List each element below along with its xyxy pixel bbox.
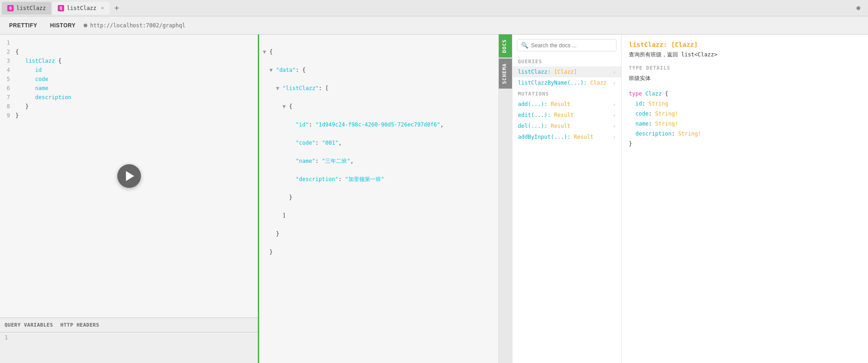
details-panel: listClazz: [Clazz] 查询所有班级，返回 list<Clazz>… <box>621 35 868 363</box>
chevron-right-icon-6: › <box>613 135 616 140</box>
type-block: type Clazz { id: String code: String! na… <box>629 89 861 149</box>
editor-area[interactable]: 1 2 3 4 5 6 7 8 9 { listClazz { id code … <box>0 35 258 318</box>
bottom-content: 1 <box>0 333 258 363</box>
details-title: listClazz: [Clazz] <box>629 41 861 48</box>
query-label-listclazz: listClazz: [Clazz] <box>518 69 577 75</box>
http-headers-tab[interactable]: HTTP HEADERS <box>60 322 99 328</box>
url-dot-icon <box>84 24 87 27</box>
url-text: http://localhost:7002/graphql <box>90 22 186 29</box>
bottom-line-number: 1 <box>5 334 8 341</box>
query-variables-tab[interactable]: QUERY VARIABLES <box>5 322 53 328</box>
settings-icon[interactable] <box>850 0 866 16</box>
query-item-listclazzbyname[interactable]: listClazzByName(...): Clazz › <box>512 77 621 88</box>
tab-label-2: listClazz <box>67 5 96 11</box>
editor-panel: 1 2 3 4 5 6 7 8 9 { listClazz { id code … <box>0 35 259 363</box>
tab-icon-2: Q <box>58 5 64 11</box>
docs-tab[interactable]: DOCS <box>499 35 512 58</box>
result-panel: ▼ { ▼ "data": { ▼ "listClazz": [ ▼ { "id… <box>259 35 498 363</box>
mutations-section-title: MUTATIONS <box>512 88 621 99</box>
docs-panel: 🔍 QUERIES listClazz: [Clazz] › listClazz… <box>512 35 621 363</box>
mutation-item-addbyinput[interactable]: addByInput(...): Result › <box>512 131 621 142</box>
search-input[interactable] <box>531 42 612 49</box>
chevron-right-icon-3: › <box>613 102 616 107</box>
run-button[interactable] <box>117 164 141 188</box>
mutation-label-edit: edit(...): Result <box>518 112 574 118</box>
mutation-item-add[interactable]: add(...): Result › <box>512 99 621 110</box>
queries-section-title: QUERIES <box>512 56 621 66</box>
tab-1[interactable]: Q listClazz <box>2 2 51 15</box>
details-description: 查询所有班级，返回 list<Clazz> <box>629 51 861 59</box>
mutation-item-del[interactable]: del(...): Result › <box>512 121 621 131</box>
mutation-label-add: add(...): Result <box>518 101 571 107</box>
details-type-name: [Clazz] <box>671 41 698 48</box>
chevron-right-icon-1: › <box>613 70 616 75</box>
tab-icon-1: Q <box>7 5 14 11</box>
main-layout: 1 2 3 4 5 6 7 8 9 { listClazz { id code … <box>0 35 868 363</box>
new-tab-button[interactable]: + <box>110 2 123 15</box>
mutation-label-del: del(...): Result <box>518 123 571 129</box>
history-button[interactable]: HISTORY <box>45 20 80 30</box>
tab-bar: Q listClazz Q listClazz ✕ + <box>0 0 868 16</box>
type-details-section: TYPE DETAILS <box>629 65 861 71</box>
bottom-panel: QUERY VARIABLES HTTP HEADERS 1 <box>0 318 258 363</box>
editor-wrapper: 1 2 3 4 5 6 7 8 9 { listClazz { id code … <box>0 35 258 363</box>
chevron-right-icon-5: › <box>613 124 616 129</box>
tab-2[interactable]: Q listClazz ✕ <box>52 2 110 15</box>
mutation-label-addbyinput: addByInput(...): Result <box>518 134 593 140</box>
docs-search-box[interactable]: 🔍 <box>517 39 617 51</box>
search-icon: 🔍 <box>521 42 528 49</box>
url-bar: http://localhost:7002/graphql <box>84 22 186 29</box>
mutation-item-edit[interactable]: edit(...): Result › <box>512 110 621 121</box>
details-query-name: listClazz: <box>629 41 671 48</box>
chevron-right-icon-4: › <box>613 113 616 118</box>
chevron-right-icon-2: › <box>613 81 616 86</box>
tab-label-1: listClazz <box>16 5 46 11</box>
toolbar: PRETTIFY HISTORY http://localhost:7002/g… <box>0 16 868 35</box>
sidebar-vertical-tabs: DOCS SCHEMA <box>498 35 512 363</box>
schema-tab[interactable]: SCHEMA <box>499 59 512 89</box>
prettify-button[interactable]: PRETTIFY <box>5 20 42 30</box>
bottom-tabs: QUERY VARIABLES HTTP HEADERS <box>0 318 258 333</box>
query-item-listclazz[interactable]: listClazz: [Clazz] › <box>512 66 621 77</box>
query-label-listclazzbyname: listClazzByName(...): Clazz <box>518 80 607 86</box>
line-numbers: 1 2 3 4 5 6 7 8 9 <box>0 35 13 318</box>
type-entity-desc: 班级实体 <box>629 75 861 82</box>
tab-close-button[interactable]: ✕ <box>101 5 104 11</box>
